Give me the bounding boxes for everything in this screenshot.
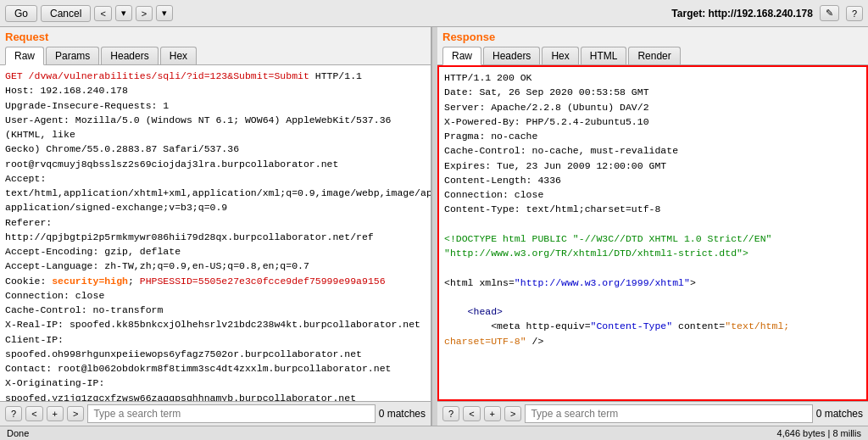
request-line-5: Gecko) Chrome/55.0.2883.87 Safari/537.36 (5, 142, 426, 156)
response-line-11: <!DOCTYPE html PUBLIC "-//W3C//DTD XHTML… (444, 231, 861, 246)
tab-headers-request[interactable]: Headers (101, 47, 158, 64)
request-line-14: Connection: close (5, 288, 426, 303)
request-line-4: User-Agent: Mozilla/5.0 (Windows NT 6.1;… (5, 113, 426, 142)
response-bottom-bar: ? < + > 0 matches (437, 401, 868, 426)
target-label: Target: http://192.168.240.178 (671, 8, 813, 19)
go-button[interactable]: Go (5, 5, 37, 22)
request-line-9: application/signed-exchange;v=b3;q=0.9 (5, 200, 426, 214)
nav-dropdown-button[interactable]: ▾ (115, 5, 132, 21)
response-line-14: <head> (444, 304, 861, 319)
request-help-button[interactable]: ? (5, 406, 22, 421)
response-line-3: Server: Apache/2.2.8 (Ubuntu) DAV/2 (444, 100, 861, 114)
response-line-5: Pragma: no-cache (444, 129, 861, 143)
request-content[interactable]: GET /dvwa/vulnerabilities/sqli/?id=123&S… (0, 65, 431, 401)
toolbar: Go Cancel < ▾ > ▾ Target: http://192.168… (0, 0, 868, 27)
request-next-button[interactable]: > (67, 406, 84, 421)
response-tabs: Raw Headers Hex HTML Render (437, 47, 868, 65)
request-matches-label: 0 matches (379, 408, 426, 420)
response-line-15: <meta http-equiv="Content-Type" content=… (444, 319, 861, 348)
request-line-15: Cache-Control: no-transform (5, 303, 426, 317)
forward-button[interactable]: > (136, 6, 153, 21)
response-plus-button[interactable]: + (484, 406, 501, 421)
request-line-10: Referer: http://qpjbgtpi2p5rmkmywr086hii… (5, 215, 426, 245)
response-line-12: "http://www.w3.org/TR/xhtml1/DTD/xhtml1-… (444, 246, 861, 260)
forward-dropdown-button[interactable]: ▾ (156, 5, 173, 21)
response-help-button[interactable]: ? (442, 406, 459, 421)
response-line-6: Cache-Control: no-cache, must-revalidate (444, 143, 861, 158)
response-line-4: X-Powered-By: PHP/5.2.4-2ubuntu5.10 (444, 114, 861, 129)
request-tabs: Raw Params Headers Hex (0, 47, 431, 65)
response-blank-2 (444, 260, 861, 275)
request-line-18: Contact: root@lb062obdokrm8f8timm3sc4dt4… (5, 361, 426, 376)
tab-render-response[interactable]: Render (628, 47, 680, 64)
request-title: Request (0, 27, 431, 47)
request-bottom-bar: ? < + > 0 matches (0, 401, 431, 426)
tab-raw-request[interactable]: Raw (5, 47, 44, 65)
response-line-7: Expires: Tue, 23 Jun 2009 12:00:00 GMT (444, 159, 861, 173)
request-line-2: Host: 192.168.240.178 (5, 83, 426, 97)
response-line-13: <html xmlns="http://www.w3.org/1999/xhtm… (444, 276, 861, 290)
tab-params-request[interactable]: Params (46, 47, 99, 64)
request-line-7: Accept: (5, 171, 426, 186)
status-size: 4,646 bytes | 8 millis (777, 428, 861, 438)
response-line-2: Date: Sat, 26 Sep 2020 00:53:58 GMT (444, 85, 861, 99)
tab-headers-response[interactable]: Headers (483, 47, 540, 64)
request-line-13: Cookie: security=high; PHPSESSID=5505e27… (5, 274, 426, 288)
response-blank-3 (444, 290, 861, 304)
response-line-10: Content-Type: text/html;charset=utf-8 (444, 202, 861, 216)
request-prev-button[interactable]: < (25, 406, 42, 421)
request-line-8: text/html,application/xhtml+xml,applicat… (5, 186, 426, 200)
request-line-19: X-Originating-IP: spoofed.yz1jq1zqcxfzws… (5, 376, 426, 401)
request-plus-button[interactable]: + (47, 406, 64, 421)
tab-html-response[interactable]: HTML (581, 47, 627, 64)
request-line-16: X-Real-IP: spoofed.kk85bnkcxjOlhehsrlv21… (5, 317, 426, 331)
request-line-3: Upgrade-Insecure-Requests: 1 (5, 98, 426, 113)
status-bar: Done 4,646 bytes | 8 millis (0, 426, 868, 440)
request-line-6: root@rvqcmuyj8qbsslsz2s69ciojdaj3lra.bur… (5, 157, 426, 171)
edit-button[interactable]: ✎ (820, 5, 839, 21)
request-line-1: GET /dvwa/vulnerabilities/sqli/?id=123&S… (5, 69, 426, 83)
response-prev-button[interactable]: < (463, 406, 480, 421)
response-blank-1 (444, 217, 861, 231)
response-search-input[interactable] (525, 404, 812, 423)
tab-raw-response[interactable]: Raw (442, 47, 481, 65)
request-panel: Request Raw Params Headers Hex GET /dvwa… (0, 27, 432, 426)
response-matches-label: 0 matches (816, 408, 863, 420)
back-button[interactable]: < (94, 6, 111, 21)
request-line-11: Accept-Encoding: gzip, deflate (5, 244, 426, 259)
response-title: Response (437, 27, 868, 47)
help-button[interactable]: ? (846, 6, 863, 21)
cancel-button[interactable]: Cancel (41, 5, 91, 22)
response-line-8: Content-Length: 4336 (444, 173, 861, 187)
request-search-input[interactable] (87, 404, 375, 423)
tab-hex-request[interactable]: Hex (160, 47, 197, 64)
tab-hex-response[interactable]: Hex (542, 47, 578, 64)
status-text: Done (7, 428, 29, 438)
request-line-12: Accept-Language: zh-TW,zh;q=0.9,en-US;q=… (5, 259, 426, 273)
response-next-button[interactable]: > (504, 406, 521, 421)
response-content[interactable]: HTTP/1.1 200 OK Date: Sat, 26 Sep 2020 0… (437, 65, 868, 401)
response-line-1: HTTP/1.1 200 OK (444, 70, 861, 85)
request-line-17: Client-IP: spoofed.oh998rhgunxpeiiewops6… (5, 332, 426, 362)
response-line-9: Connection: close (444, 187, 861, 202)
response-panel: Response Raw Headers Hex HTML Render HTT… (437, 27, 868, 426)
